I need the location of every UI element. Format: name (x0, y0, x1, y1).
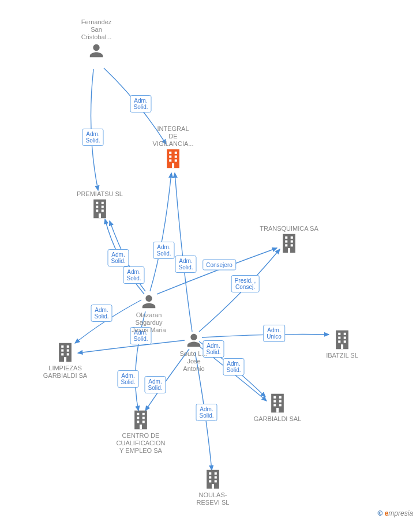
node-company-integral[interactable]: INTEGRAL DE VIGILANCIA... (138, 124, 208, 170)
svg-rect-12 (102, 206, 104, 208)
svg-rect-49 (273, 396, 276, 399)
edge-label: Consejero (202, 260, 236, 271)
svg-rect-28 (67, 350, 69, 352)
svg-rect-36 (344, 337, 346, 339)
svg-rect-37 (338, 340, 340, 343)
building-icon (90, 198, 110, 220)
node-company-transquimica[interactable]: TRANSQUIMICA SA (254, 224, 324, 254)
person-icon (88, 42, 105, 59)
svg-rect-7 (172, 163, 174, 168)
svg-rect-53 (273, 404, 276, 406)
svg-rect-27 (61, 350, 63, 352)
building-icon (163, 148, 183, 170)
node-person-fernandez[interactable]: Fernandez San Cristobal... (62, 17, 131, 59)
svg-rect-9 (96, 202, 98, 204)
svg-rect-39 (341, 344, 343, 349)
svg-rect-11 (96, 206, 98, 208)
svg-rect-4 (175, 156, 177, 158)
svg-rect-44 (142, 417, 145, 419)
svg-rect-34 (344, 333, 346, 335)
svg-rect-14 (102, 209, 104, 212)
edge-label: Adm. Solid. (117, 370, 138, 388)
node-label: CENTRO DE CUALIFICACION Y EMPLEO SA (106, 432, 175, 455)
svg-rect-33 (338, 333, 340, 335)
brand-rest: mpresia (388, 509, 413, 517)
svg-rect-58 (215, 472, 217, 475)
svg-rect-25 (61, 346, 63, 348)
svg-rect-5 (169, 159, 171, 162)
node-company-garbialdi[interactable]: GARBIALDI SAL (243, 392, 312, 423)
svg-rect-60 (215, 476, 217, 479)
building-icon (279, 232, 299, 254)
svg-rect-61 (209, 480, 211, 482)
svg-rect-17 (285, 236, 287, 239)
node-person-souto[interactable]: Souto L… Jose Antonio (159, 332, 228, 374)
node-label: Olazaran Sagarduy Jesus Maria (114, 311, 183, 334)
node-label: IBATZIL SL (308, 352, 377, 359)
edge-label: Adm. Solid. (153, 242, 174, 259)
svg-rect-52 (279, 400, 282, 403)
svg-rect-35 (338, 337, 340, 339)
node-label: GARBIALDI SAL (243, 415, 312, 423)
edge-label: Adm. Solid. (107, 249, 129, 266)
edge-label: Adm. Solid. (82, 129, 103, 146)
person-icon (140, 293, 158, 310)
svg-rect-31 (64, 357, 66, 362)
svg-rect-21 (285, 244, 287, 246)
node-label: TRANSQUIMICA SA (254, 225, 324, 232)
edge-label: Adm. Solid. (130, 95, 151, 112)
node-company-limpiezas[interactable]: LIMPIEZAS GARBIALDI SA (31, 341, 100, 380)
building-icon (131, 409, 151, 431)
edge-label: Adm. Solid. (196, 404, 217, 421)
svg-rect-47 (140, 425, 142, 429)
svg-rect-54 (279, 404, 282, 406)
node-company-ibatzil[interactable]: IBATZIL SL (308, 329, 377, 359)
node-label: NOULAS- RESEVI SL (178, 491, 247, 506)
footer-copyright: © empresia (377, 509, 413, 517)
svg-rect-19 (285, 241, 287, 243)
svg-rect-45 (137, 420, 139, 423)
node-company-centro[interactable]: CENTRO DE CUALIFICACION Y EMPLEO SA (106, 409, 175, 455)
node-label: Souto L… Jose Antonio (159, 350, 228, 373)
svg-rect-2 (175, 152, 177, 154)
edge-label: Presid. , Consej. (231, 275, 260, 292)
svg-rect-38 (344, 340, 346, 343)
svg-rect-63 (212, 484, 214, 489)
person-icon (185, 332, 202, 349)
svg-rect-59 (209, 476, 211, 479)
svg-rect-26 (67, 346, 69, 348)
svg-rect-50 (279, 396, 282, 399)
node-label: PREMIATSU SL (65, 190, 134, 198)
building-icon (55, 341, 75, 363)
svg-rect-46 (142, 420, 145, 423)
edge-label: Adm. Solid. (123, 266, 144, 284)
node-label: INTEGRAL DE VIGILANCIA... (138, 125, 208, 148)
svg-rect-42 (142, 413, 145, 415)
svg-rect-23 (288, 248, 290, 253)
node-label: LIMPIEZAS GARBIALDI SA (31, 365, 100, 380)
svg-rect-55 (276, 408, 279, 412)
node-person-olazaran[interactable]: Olazaran Sagarduy Jesus Maria (114, 293, 183, 335)
brand-logo: empresia (385, 509, 413, 517)
svg-rect-57 (209, 472, 211, 475)
building-icon (203, 468, 223, 490)
svg-rect-13 (96, 209, 98, 212)
building-icon (268, 392, 287, 414)
svg-rect-1 (169, 152, 171, 154)
diagram-canvas: { "diagram": { "nodes": { "fernandez": {… (0, 0, 420, 522)
edge-label: Adm. Unico (263, 325, 285, 342)
svg-rect-3 (169, 156, 171, 158)
svg-rect-20 (291, 241, 293, 243)
svg-rect-30 (67, 353, 69, 355)
svg-rect-62 (215, 480, 217, 482)
node-company-noulas[interactable]: NOULAS- RESEVI SL (178, 468, 247, 506)
node-company-premiatsu[interactable]: PREMIATSU SL (65, 189, 134, 220)
svg-rect-6 (175, 159, 177, 162)
copyright-symbol: © (377, 509, 382, 517)
building-icon (332, 329, 352, 351)
edge-label: Adm. Solid. (144, 376, 166, 393)
svg-rect-15 (99, 213, 101, 218)
svg-rect-18 (291, 236, 293, 239)
svg-rect-22 (291, 244, 293, 246)
svg-rect-51 (273, 400, 276, 403)
